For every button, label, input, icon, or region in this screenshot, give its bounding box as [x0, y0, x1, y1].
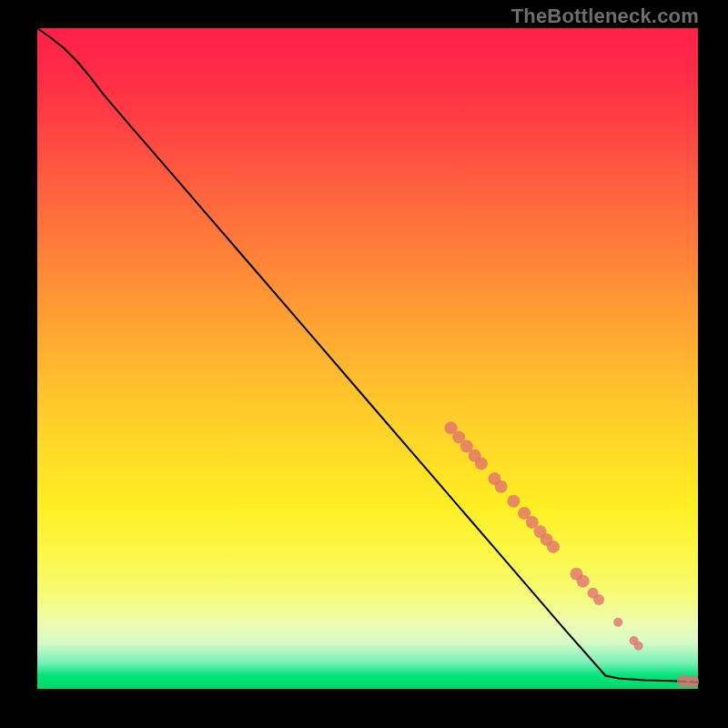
chart-overlay	[37, 28, 698, 689]
data-point	[475, 457, 488, 470]
data-point	[577, 575, 590, 588]
data-point	[686, 675, 699, 688]
data-point	[634, 642, 643, 651]
bottleneck-curve	[37, 28, 698, 682]
data-point	[593, 594, 604, 605]
data-point	[613, 618, 622, 627]
data-point	[495, 480, 508, 493]
data-point	[547, 541, 560, 553]
data-point	[507, 495, 520, 508]
watermark-label: TheBottleneck.com	[511, 5, 699, 28]
chart-stage: TheBottleneck.com	[0, 0, 728, 728]
data-points	[445, 421, 700, 688]
